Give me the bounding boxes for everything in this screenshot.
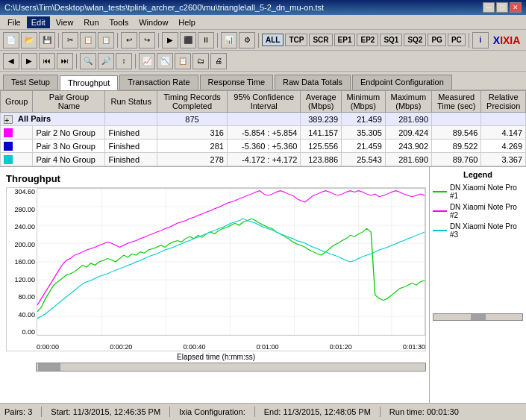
all-pairs-status: [105, 113, 157, 126]
status-div2: [169, 407, 170, 417]
run-button[interactable]: ▶: [162, 32, 178, 48]
tb2-btn8[interactable]: 📈: [139, 53, 155, 69]
tb2-btn2[interactable]: ▶: [21, 53, 37, 69]
legend-item-3: DN Xiaomi Note Pro #3: [433, 222, 523, 239]
legend-color-2: [433, 210, 447, 212]
all-pairs-minimum: 21.459: [342, 113, 386, 126]
mode-pc[interactable]: PC: [448, 34, 466, 46]
paste-button[interactable]: 📋: [98, 32, 114, 48]
mode-ep2[interactable]: EP2: [357, 34, 378, 46]
legend-color-1: [433, 191, 447, 192]
tb2-btn11[interactable]: 🗂: [192, 53, 209, 69]
col-run-status: Run Status: [105, 91, 157, 113]
scrollbar-thumb[interactable]: [38, 363, 60, 371]
open-button[interactable]: 📂: [21, 32, 37, 48]
menu-edit[interactable]: Edit: [27, 16, 50, 28]
redo-button[interactable]: ↪: [139, 32, 155, 48]
legend-label-2: DN Xiaomi Note Pro #2: [450, 203, 523, 219]
tab-transaction-rate[interactable]: Transaction Rate: [119, 75, 198, 90]
chart-title: Throughput: [6, 173, 426, 184]
settings-button[interactable]: ⚙: [239, 32, 255, 48]
all-pairs-maximum: 281.690: [385, 113, 431, 126]
menu-help[interactable]: Help: [174, 16, 200, 28]
x-axis: 0:00:00 0:00:20 0:00:40 0:01:00 0:01:20 …: [37, 342, 425, 351]
col-group: Group: [1, 91, 33, 113]
menu-view[interactable]: View: [51, 16, 78, 28]
tab-endpoint-config[interactable]: Endpoint Configuration: [352, 75, 452, 90]
copy-button[interactable]: 📋: [80, 32, 96, 48]
table-row-all-pairs: + All Pairs 875 389.239 21.459 281.690: [1, 113, 526, 126]
tab-raw-data[interactable]: Raw Data Totals: [275, 75, 351, 90]
chart-legend-area: Throughput 304.60 280.00 240.00 200.00 1…: [0, 167, 526, 403]
mode-scr[interactable]: SCR: [309, 34, 332, 46]
chart-container: 304.60 280.00 240.00 200.00 160.00 120.0…: [6, 187, 426, 351]
mode-sq2[interactable]: SQ2: [404, 34, 426, 46]
tabs-bar: Test Setup Throughput Transaction Rate R…: [0, 72, 526, 90]
new-button[interactable]: 📄: [3, 32, 19, 48]
menu-run[interactable]: Run: [79, 16, 103, 28]
all-pairs-average: 389.239: [301, 113, 342, 126]
save-button[interactable]: 💾: [39, 32, 55, 48]
sep2: [117, 33, 118, 48]
cut-button[interactable]: ✂: [62, 32, 78, 48]
mode-all[interactable]: ALL: [262, 34, 284, 46]
tb2-btn7[interactable]: ↕: [116, 53, 132, 69]
title-bar: C:\Users\Tim\Desktop\wlan_tests\tplink_a…: [0, 0, 526, 15]
tb2-btn10[interactable]: 📋: [175, 53, 191, 69]
info-button[interactable]: i: [472, 32, 489, 48]
chart-button[interactable]: 📊: [221, 32, 237, 48]
menu-file[interactable]: File: [3, 16, 25, 28]
menu-window[interactable]: Window: [134, 16, 172, 28]
mode-ep1[interactable]: EP1: [334, 34, 356, 46]
table-row: Pair 2 No Group Finished 316 -5.854 : +5…: [1, 126, 526, 140]
col-precision: RelativePrecision: [481, 91, 526, 113]
stop-button[interactable]: ⬛: [180, 32, 196, 48]
tb2-btn4[interactable]: ⏭: [57, 53, 73, 69]
ixia-logo: XIXIA: [493, 34, 521, 46]
x-axis-label: Elapsed time (h:mm:ss): [6, 353, 426, 361]
status-div4: [380, 407, 381, 417]
tab-throughput[interactable]: Throughput: [60, 75, 118, 90]
col-pair-group: Pair GroupName: [33, 91, 105, 113]
col-maximum: Maximum(Mbps): [385, 91, 431, 113]
tb2-btn3[interactable]: ⏮: [39, 53, 55, 69]
sep3: [158, 33, 159, 48]
sep6: [469, 33, 469, 48]
mode-pg[interactable]: PG: [428, 34, 445, 46]
tb2-btn9[interactable]: 📉: [157, 53, 173, 69]
sep1: [58, 33, 59, 48]
close-button[interactable]: ✕: [510, 2, 522, 13]
chart-plot: [37, 188, 425, 336]
undo-button[interactable]: ↩: [121, 32, 137, 48]
legend-label-1: DN Xiaomi Note Pro #1: [450, 184, 523, 200]
chart-scrollbar-h[interactable]: [36, 363, 426, 372]
status-start: Start: 11/3/2015, 12:46:35 PM: [51, 407, 160, 416]
col-average: Average(Mbps): [301, 91, 342, 113]
legend-scrollbar[interactable]: [433, 313, 523, 321]
tb2-btn6[interactable]: 🔎: [98, 53, 114, 69]
table-area: Group Pair GroupName Run Status Timing R…: [0, 90, 526, 167]
all-pairs-label: + All Pairs: [1, 113, 105, 126]
maximize-button[interactable]: □: [496, 2, 508, 13]
col-minimum: Minimum(Mbps): [342, 91, 386, 113]
y-axis: 304.60 280.00 240.00 200.00 160.00 120.0…: [7, 188, 37, 336]
status-div1: [41, 407, 42, 417]
tab-response-time[interactable]: Response Time: [200, 75, 273, 90]
col-ci: 95% ConfidenceInterval: [227, 91, 300, 113]
tb2-btn1[interactable]: ◀: [3, 53, 19, 69]
mode-sq1[interactable]: SQ1: [380, 34, 402, 46]
tb2-btn12[interactable]: 🖨: [210, 53, 227, 69]
menu-tools[interactable]: Tools: [105, 16, 134, 28]
pause-button[interactable]: ⏸: [198, 32, 214, 48]
legend-color-3: [433, 230, 447, 231]
toolbar-2: ◀ ▶ ⏮ ⏭ 🔍 🔎 ↕ 📈 📉 📋 🗂 🖨: [0, 51, 526, 72]
tab-test-setup[interactable]: Test Setup: [3, 75, 58, 90]
minimize-button[interactable]: ─: [483, 2, 495, 13]
mode-tcp[interactable]: TCP: [285, 34, 307, 46]
sep7: [76, 54, 77, 69]
sep5: [258, 33, 259, 48]
all-pairs-precision: [481, 113, 526, 126]
legend-scroll-thumb[interactable]: [471, 314, 486, 320]
tb2-btn5[interactable]: 🔍: [80, 53, 96, 69]
all-pairs-timing: 875: [157, 113, 228, 126]
